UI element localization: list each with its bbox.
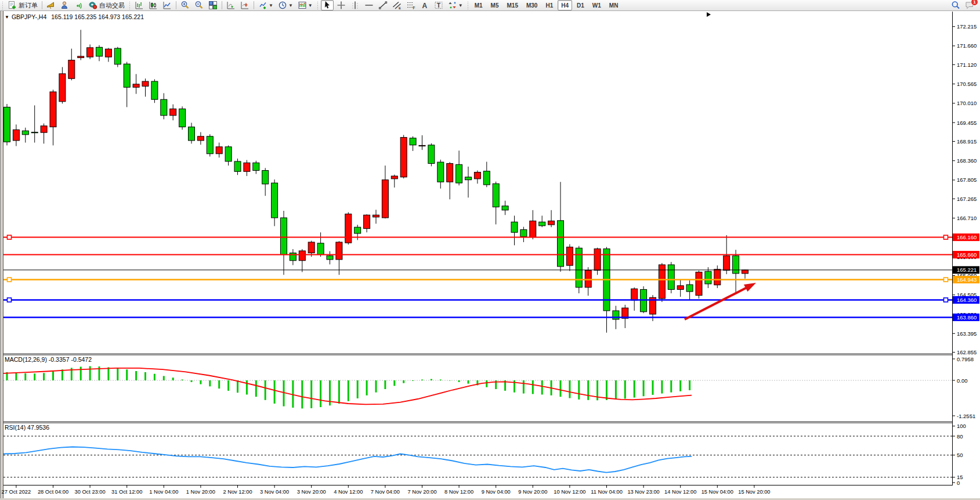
autotrade-button[interactable]: 自动交易 — [86, 0, 126, 10]
candle — [705, 271, 711, 284]
tf-h1-button[interactable]: H1 — [542, 0, 556, 10]
toolbar-separator — [254, 1, 254, 9]
svg-text:166.160: 166.160 — [957, 234, 977, 240]
line-handle[interactable] — [944, 235, 948, 239]
templates-button[interactable]: ▼ — [296, 0, 314, 10]
candle — [696, 272, 702, 296]
line-handle[interactable] — [8, 298, 12, 302]
search-button[interactable] — [949, 0, 962, 10]
price-axis-tick: 167.265 — [957, 196, 977, 202]
line-handle[interactable] — [944, 298, 948, 302]
candle — [419, 145, 425, 146]
shift-icon — [240, 1, 249, 10]
toolbar-separator — [42, 1, 42, 9]
chat-button[interactable]: 1 — [963, 0, 976, 10]
candle-chart-button[interactable] — [147, 0, 160, 10]
time-axis-label: 13 Nov 23:00 — [627, 489, 659, 495]
candle — [566, 247, 573, 265]
time-axis-label: 31 Oct 12:00 — [111, 489, 142, 495]
toolbar-right-group: 1 — [949, 0, 977, 10]
line-chart-button[interactable] — [161, 0, 173, 10]
price-axis-tick: 171.120 — [957, 62, 977, 68]
bar-chart-button[interactable] — [133, 0, 146, 10]
zoom-out-button[interactable] — [193, 0, 205, 10]
rsi-axis-label: 80 — [957, 433, 963, 440]
time-axis-label: 7 Nov 20:00 — [407, 489, 436, 495]
candle — [400, 138, 407, 177]
dropdown-caret-icon[interactable]: ▼ — [308, 3, 313, 8]
line-handle[interactable] — [8, 278, 12, 282]
candle — [530, 221, 536, 237]
tf-m30-button[interactable]: M30 — [523, 0, 541, 10]
candle — [22, 131, 28, 135]
sound-button[interactable] — [45, 0, 57, 10]
toolbar-grip[interactable] — [467, 1, 469, 9]
candle — [558, 221, 564, 267]
new-order-button-label: 新订单 — [19, 1, 38, 10]
tf-h4-button[interactable]: H4 — [558, 0, 572, 10]
zoom-in-button[interactable] — [179, 0, 191, 10]
fibonacci-button[interactable]: F — [404, 0, 417, 10]
periods-button[interactable]: ▼ — [276, 0, 295, 10]
price-axis-tick: 170.565 — [957, 81, 977, 87]
candle — [189, 127, 195, 141]
dropdown-caret-icon[interactable]: ▼ — [458, 3, 463, 8]
price-axis-tick: 162.855 — [957, 349, 977, 355]
tile-windows-button[interactable] — [207, 0, 219, 10]
time-axis-label: 27 Oct 2022 — [2, 489, 31, 495]
candle — [437, 162, 444, 182]
macd-axis-label: 0.7958 — [957, 356, 974, 362]
indicators-icon — [258, 1, 267, 10]
tf-m5-button[interactable]: M5 — [487, 0, 502, 10]
price-axis-tick: 167.805 — [957, 177, 977, 183]
toolbar-grip[interactable] — [316, 1, 319, 9]
chart-canvas[interactable]: 172.215171.660171.120170.565170.010169.4… — [0, 0, 980, 500]
textlabel-button[interactable]: T — [432, 0, 445, 10]
candle — [733, 256, 739, 274]
tf-m15-button[interactable]: M15 — [504, 0, 522, 10]
crosshair-button[interactable] — [335, 0, 348, 10]
candle — [714, 269, 721, 285]
indicators-button[interactable]: ▼ — [256, 0, 275, 10]
time-axis-label: 14 Nov 12:00 — [664, 489, 696, 495]
toolbar-grip[interactable] — [128, 1, 131, 9]
tf-mn-button[interactable]: MN — [606, 0, 622, 10]
time-axis-label: 15 Nov 04:00 — [701, 489, 733, 495]
arrows-button[interactable]: ▼ — [446, 0, 465, 10]
line-handle[interactable] — [944, 278, 948, 282]
tf-w1-button[interactable]: W1 — [589, 0, 605, 10]
tf-m1-button[interactable]: M1 — [471, 0, 486, 10]
candle — [281, 218, 287, 255]
hline-button[interactable] — [363, 0, 375, 10]
dropdown-caret-icon[interactable]: ▼ — [288, 3, 293, 8]
auto-scroll-button[interactable] — [225, 0, 237, 10]
svg-text:E: E — [399, 6, 401, 10]
tf-d1-button[interactable]: D1 — [573, 0, 588, 10]
vline-button[interactable] — [349, 0, 361, 10]
templates-icon — [298, 1, 307, 10]
time-axis-label: 15 Nov 20:00 — [738, 489, 770, 495]
channel-button[interactable]: E — [390, 0, 403, 10]
signals-button[interactable] — [73, 0, 85, 10]
toolbar-grip[interactable] — [1, 1, 4, 9]
zoom-out-icon — [194, 1, 204, 10]
trendline-button[interactable] — [377, 0, 389, 10]
new-order-icon — [8, 1, 17, 10]
new-order-button[interactable]: 新订单 — [6, 0, 39, 10]
hline-icon — [364, 1, 374, 10]
expert-icon — [60, 1, 70, 10]
text-button[interactable]: A — [418, 0, 431, 10]
candle — [382, 180, 388, 218]
candle — [502, 206, 508, 210]
bar-chart-icon — [135, 1, 144, 10]
candle — [253, 163, 259, 170]
chart-shift-button[interactable] — [238, 0, 251, 10]
svg-text:T: T — [437, 2, 441, 9]
arrows-icon — [448, 1, 457, 10]
dropdown-caret-icon[interactable]: ▼ — [269, 3, 273, 8]
line-handle[interactable] — [8, 235, 12, 239]
experts-button[interactable] — [59, 0, 71, 10]
cursor-button[interactable] — [321, 0, 334, 10]
candle — [355, 227, 361, 233]
horn-icon — [46, 1, 56, 10]
